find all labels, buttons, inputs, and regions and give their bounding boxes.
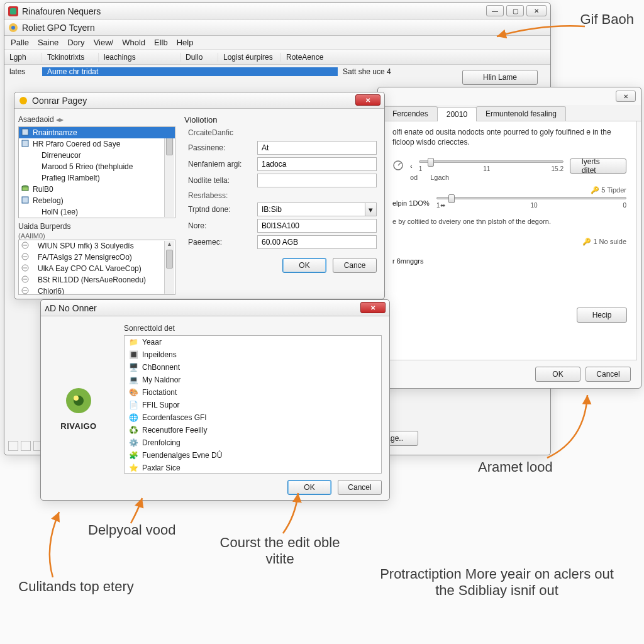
menu-item[interactable]: View/	[94, 38, 114, 47]
menu-item[interactable]: Saine	[38, 38, 58, 47]
main-titlebar: Rinafouren Nequers	[4, 3, 550, 19]
tree-top[interactable]: RnaintnamzeHR Pfaro Coered od SayeDirren…	[18, 126, 175, 218]
settings-note: e by coltiied to dveiery one thn plstoh …	[392, 218, 626, 225]
main-window-controls: ― ▢ ✕	[486, 5, 547, 16]
close-button[interactable]: ✕	[355, 94, 380, 106]
tree-item[interactable]: Chiorl6)	[19, 286, 175, 295]
slider2-row: elpin 1DO% 1⬌ 10 0	[392, 197, 626, 209]
cancel-button[interactable]: Cancel	[338, 480, 382, 495]
list-item[interactable]: 🌐Ecordenfasces GFl	[125, 411, 381, 424]
menu-item[interactable]: Palle	[11, 38, 29, 47]
text-input[interactable]	[257, 219, 377, 233]
list-item[interactable]: 🎨Fioctationt	[125, 386, 381, 399]
tree-item[interactable]: UlkA Eay CPO CAL VaroeCop)	[19, 263, 175, 274]
tree-item[interactable]: Rnaintnamze	[19, 127, 175, 138]
col-header[interactable]: Tckinotrixts	[42, 53, 99, 62]
settings-buttons: OK Cancel	[535, 367, 631, 382]
svg-line-5	[398, 163, 401, 165]
connection-list[interactable]: 📁Yeaar🔳Inpeildens🖥️ChBonnent💻My Naldnor🎨…	[124, 335, 382, 474]
tree-item[interactable]: RulB0	[19, 184, 175, 195]
tab-fercendes[interactable]: Fercendes	[383, 106, 438, 121]
close-button[interactable]: ✕	[616, 91, 636, 102]
annotation-aramet: Aramet lood	[478, 459, 553, 475]
col-header[interactable]: leachings	[99, 53, 180, 62]
tree-item[interactable]: HolN (1ee)	[19, 206, 175, 218]
text-input[interactable]	[257, 141, 377, 155]
tree-bottom[interactable]: WIUN SPU mfk) 3 SoulyedísFA/TAsIgs 27 Me…	[18, 240, 175, 295]
sub2-label: Resrlabess:	[188, 191, 377, 200]
dropdown-arrow-icon[interactable]: ▾	[365, 203, 377, 216]
svg-rect-11	[22, 197, 28, 203]
list-item-label: Fuendenalges Evne DÛ	[142, 451, 222, 460]
side-button[interactable]: Hlin Lame	[462, 70, 538, 85]
ok-button[interactable]: OK	[535, 367, 580, 382]
ok-button[interactable]: OK	[282, 258, 326, 273]
help-button[interactable]: Hecip	[577, 308, 627, 323]
key-icon: 🔑	[591, 186, 599, 194]
list-item[interactable]: 🧩Fuendenalges Evne DÛ	[125, 449, 381, 462]
col-header[interactable]: RoteAence	[281, 53, 338, 62]
cancel-button[interactable]: Cance	[333, 258, 377, 273]
tree-icon	[21, 174, 30, 182]
col-header[interactable]: Dullo	[180, 53, 218, 62]
list-item[interactable]: ♻️Recenutfore Feeilly	[125, 424, 381, 436]
menu-item[interactable]: Help	[177, 38, 194, 47]
text-input[interactable]	[257, 157, 377, 171]
menu-item[interactable]: Ellb	[154, 38, 168, 47]
list-item-label: Fioctationt	[142, 388, 177, 397]
list-item[interactable]: 📄FFIL Supor	[125, 399, 381, 411]
tree-item[interactable]: HR Pfaro Coered od Saye	[19, 138, 175, 150]
tree-icon	[21, 208, 30, 216]
list-item[interactable]: 📁Yeaar	[125, 336, 381, 348]
menu-item[interactable]: Whold	[122, 38, 145, 47]
tree-item[interactable]: WIUN SPU mfk) 3 Soulyedís	[19, 240, 175, 252]
app-icon	[8, 6, 18, 16]
list-item[interactable]: ⚙️Drenfolcing	[125, 436, 381, 449]
dial-icon	[392, 160, 404, 173]
list-item[interactable]: 🔳Inpeildens	[125, 348, 381, 361]
list-item[interactable]: 💻My Naldnor	[125, 374, 381, 386]
doc-icon: 📄	[128, 400, 138, 410]
pc-icon: 💻	[128, 375, 138, 385]
tree-item[interactable]: Marood 5 Rrieo (thehpluide	[19, 161, 175, 172]
dialog-noonner: ʌD No Onner ✕ RIVAIGO Sonrecttold det 📁Y…	[40, 299, 390, 501]
list-item-label: Inpeildens	[142, 350, 177, 359]
tree-item[interactable]: BSt RIL1DD (NersAueRoonedu)	[19, 274, 175, 286]
list-item-label: Drenfolcing	[142, 438, 180, 447]
maximize-button[interactable]: ▢	[506, 5, 524, 16]
tree-item[interactable]: Rebelog)	[19, 195, 175, 206]
minimize-button[interactable]: ―	[486, 5, 504, 16]
slider2[interactable]	[436, 197, 626, 199]
main-title: Rinafouren Nequers	[22, 6, 101, 16]
list-item[interactable]: 🖥️ChBonnent	[125, 361, 381, 374]
asaedaoid-label: Asaedaoid ◂▸	[18, 115, 175, 124]
ok-button[interactable]: OK	[287, 480, 331, 495]
cancel-button[interactable]: Cancel	[586, 367, 631, 382]
status-icons	[8, 441, 43, 451]
link-icon	[21, 264, 30, 273]
tree-item[interactable]: FA/TAsIgs 27 MensigrecOo)	[19, 252, 175, 263]
text-input[interactable]	[257, 203, 365, 216]
close-button[interactable]: ✕	[526, 5, 547, 16]
field-label: Paeemec:	[188, 238, 257, 247]
link-icon	[21, 287, 30, 295]
col-header[interactable]: Logist éurpires	[218, 53, 281, 62]
tree-item[interactable]: Prafieg lRambelt)	[19, 172, 175, 184]
tab-20010[interactable]: 20010	[437, 107, 477, 121]
list-item-label: Ecordenfasces GFl	[142, 413, 206, 422]
monitor-icon: 🖥️	[128, 362, 138, 372]
tab-ermuntenold[interactable]: Ermuntenold fesaling	[476, 106, 566, 121]
tree-item[interactable]: Dirreneucor	[19, 150, 175, 161]
menu-item[interactable]: Dory	[67, 38, 84, 47]
text-input[interactable]	[257, 235, 377, 249]
list-item[interactable]: ⭐Paxlar Sice	[125, 462, 381, 474]
close-button[interactable]: ✕	[360, 302, 386, 313]
tree-item[interactable]: Ho Tho-4ê)	[19, 218, 175, 218]
lyerts-button[interactable]: lyerts ditet	[570, 158, 626, 174]
logo-text: RIVAIGO	[60, 421, 96, 431]
col-header[interactable]: Lgph	[4, 53, 42, 62]
svg-rect-8	[22, 140, 28, 147]
slider1[interactable]	[419, 160, 564, 163]
text-input[interactable]	[257, 174, 377, 187]
form-row: Paeemec:	[184, 235, 377, 249]
